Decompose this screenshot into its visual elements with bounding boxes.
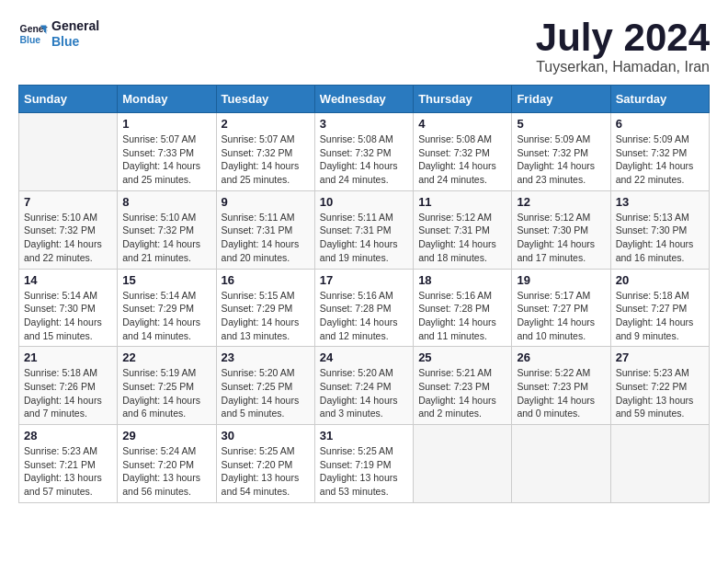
day-number: 22 bbox=[122, 350, 210, 364]
month-year-title: July 2024 bbox=[536, 18, 710, 57]
week-row-5: 28Sunrise: 5:23 AMSunset: 7:21 PMDayligh… bbox=[19, 425, 710, 503]
day-number: 14 bbox=[24, 273, 112, 287]
day-info: Sunrise: 5:09 AMSunset: 7:32 PMDaylight:… bbox=[517, 132, 605, 187]
calendar-cell: 15Sunrise: 5:14 AMSunset: 7:29 PMDayligh… bbox=[118, 269, 216, 347]
calendar-header: SundayMondayTuesdayWednesdayThursdayFrid… bbox=[19, 86, 710, 113]
calendar-cell: 13Sunrise: 5:13 AMSunset: 7:30 PMDayligh… bbox=[610, 190, 709, 269]
day-number: 16 bbox=[222, 273, 310, 287]
calendar-cell: 17Sunrise: 5:16 AMSunset: 7:28 PMDayligh… bbox=[314, 269, 413, 347]
day-number: 13 bbox=[616, 195, 704, 209]
week-row-2: 7Sunrise: 5:10 AMSunset: 7:32 PMDaylight… bbox=[19, 190, 710, 269]
calendar-table: SundayMondayTuesdayWednesdayThursdayFrid… bbox=[18, 85, 710, 503]
calendar-cell: 4Sunrise: 5:08 AMSunset: 7:32 PMDaylight… bbox=[414, 113, 512, 191]
day-number: 20 bbox=[616, 273, 704, 287]
calendar-cell bbox=[610, 425, 709, 503]
calendar-cell bbox=[414, 425, 512, 503]
day-info: Sunrise: 5:12 AMSunset: 7:30 PMDaylight:… bbox=[517, 211, 605, 265]
header-day-sunday: Sunday bbox=[19, 86, 118, 113]
calendar-cell: 6Sunrise: 5:09 AMSunset: 7:32 PMDaylight… bbox=[610, 113, 709, 191]
day-number: 4 bbox=[418, 117, 506, 131]
title-block: July 2024 Tuyserkan, Hamadan, Iran bbox=[536, 18, 710, 75]
day-number: 11 bbox=[418, 195, 506, 209]
day-info: Sunrise: 5:10 AMSunset: 7:32 PMDaylight:… bbox=[24, 211, 112, 265]
day-info: Sunrise: 5:18 AMSunset: 7:27 PMDaylight:… bbox=[616, 289, 704, 343]
day-info: Sunrise: 5:17 AMSunset: 7:27 PMDaylight:… bbox=[517, 289, 605, 343]
day-info: Sunrise: 5:16 AMSunset: 7:28 PMDaylight:… bbox=[418, 289, 506, 343]
day-info: Sunrise: 5:10 AMSunset: 7:32 PMDaylight:… bbox=[122, 211, 210, 265]
logo-blue: Blue bbox=[51, 34, 99, 50]
calendar-body: 1Sunrise: 5:07 AMSunset: 7:33 PMDaylight… bbox=[19, 113, 710, 503]
day-number: 24 bbox=[320, 350, 408, 364]
calendar-cell: 11Sunrise: 5:12 AMSunset: 7:31 PMDayligh… bbox=[414, 190, 512, 269]
calendar-cell: 9Sunrise: 5:11 AMSunset: 7:31 PMDaylight… bbox=[216, 190, 314, 269]
calendar-cell bbox=[19, 113, 118, 191]
header-day-wednesday: Wednesday bbox=[314, 86, 413, 113]
calendar-cell: 8Sunrise: 5:10 AMSunset: 7:32 PMDaylight… bbox=[118, 190, 216, 269]
calendar-cell: 29Sunrise: 5:24 AMSunset: 7:20 PMDayligh… bbox=[118, 425, 216, 503]
calendar-cell: 3Sunrise: 5:08 AMSunset: 7:32 PMDaylight… bbox=[314, 113, 413, 191]
week-row-4: 21Sunrise: 5:18 AMSunset: 7:26 PMDayligh… bbox=[19, 347, 710, 425]
day-number: 23 bbox=[222, 350, 310, 364]
calendar-cell: 7Sunrise: 5:10 AMSunset: 7:32 PMDaylight… bbox=[19, 190, 118, 269]
day-number: 9 bbox=[222, 195, 310, 209]
day-number: 17 bbox=[320, 273, 408, 287]
calendar-cell bbox=[512, 425, 610, 503]
calendar-cell: 5Sunrise: 5:09 AMSunset: 7:32 PMDaylight… bbox=[512, 113, 610, 191]
day-info: Sunrise: 5:20 AMSunset: 7:25 PMDaylight:… bbox=[222, 366, 310, 420]
day-info: Sunrise: 5:14 AMSunset: 7:29 PMDaylight:… bbox=[122, 289, 210, 343]
day-info: Sunrise: 5:07 AMSunset: 7:32 PMDaylight:… bbox=[222, 132, 310, 187]
day-number: 31 bbox=[320, 429, 408, 442]
calendar-cell: 24Sunrise: 5:20 AMSunset: 7:24 PMDayligh… bbox=[314, 347, 413, 425]
day-info: Sunrise: 5:22 AMSunset: 7:23 PMDaylight:… bbox=[517, 366, 605, 420]
header-day-tuesday: Tuesday bbox=[216, 86, 314, 113]
day-info: Sunrise: 5:25 AMSunset: 7:20 PMDaylight:… bbox=[222, 444, 310, 499]
logo: General Blue General Blue bbox=[18, 18, 99, 50]
calendar-cell: 12Sunrise: 5:12 AMSunset: 7:30 PMDayligh… bbox=[512, 190, 610, 269]
calendar-cell: 25Sunrise: 5:21 AMSunset: 7:23 PMDayligh… bbox=[414, 347, 512, 425]
header-row: SundayMondayTuesdayWednesdayThursdayFrid… bbox=[19, 86, 710, 113]
page-header: General Blue General Blue July 2024 Tuys… bbox=[18, 18, 710, 75]
calendar-cell: 1Sunrise: 5:07 AMSunset: 7:33 PMDaylight… bbox=[118, 113, 216, 191]
day-info: Sunrise: 5:07 AMSunset: 7:33 PMDaylight:… bbox=[122, 132, 210, 187]
calendar-cell: 20Sunrise: 5:18 AMSunset: 7:27 PMDayligh… bbox=[610, 269, 709, 347]
day-info: Sunrise: 5:11 AMSunset: 7:31 PMDaylight:… bbox=[222, 211, 310, 265]
calendar-cell: 19Sunrise: 5:17 AMSunset: 7:27 PMDayligh… bbox=[512, 269, 610, 347]
calendar-cell: 16Sunrise: 5:15 AMSunset: 7:29 PMDayligh… bbox=[216, 269, 314, 347]
calendar-cell: 31Sunrise: 5:25 AMSunset: 7:19 PMDayligh… bbox=[314, 425, 413, 503]
calendar-cell: 2Sunrise: 5:07 AMSunset: 7:32 PMDaylight… bbox=[216, 113, 314, 191]
location-subtitle: Tuyserkan, Hamadan, Iran bbox=[536, 59, 710, 75]
calendar-cell: 30Sunrise: 5:25 AMSunset: 7:20 PMDayligh… bbox=[216, 425, 314, 503]
day-info: Sunrise: 5:15 AMSunset: 7:29 PMDaylight:… bbox=[222, 289, 310, 343]
calendar-cell: 18Sunrise: 5:16 AMSunset: 7:28 PMDayligh… bbox=[414, 269, 512, 347]
calendar-cell: 23Sunrise: 5:20 AMSunset: 7:25 PMDayligh… bbox=[216, 347, 314, 425]
day-number: 3 bbox=[320, 117, 408, 131]
week-row-1: 1Sunrise: 5:07 AMSunset: 7:33 PMDaylight… bbox=[19, 113, 710, 191]
day-info: Sunrise: 5:23 AMSunset: 7:21 PMDaylight:… bbox=[24, 444, 112, 499]
header-day-friday: Friday bbox=[512, 86, 610, 113]
day-number: 25 bbox=[418, 350, 506, 364]
calendar-cell: 28Sunrise: 5:23 AMSunset: 7:21 PMDayligh… bbox=[19, 425, 118, 503]
header-day-saturday: Saturday bbox=[610, 86, 709, 113]
header-day-monday: Monday bbox=[118, 86, 216, 113]
day-info: Sunrise: 5:16 AMSunset: 7:28 PMDaylight:… bbox=[320, 289, 408, 343]
logo-icon: General Blue bbox=[18, 19, 48, 49]
day-number: 15 bbox=[122, 273, 210, 287]
day-info: Sunrise: 5:11 AMSunset: 7:31 PMDaylight:… bbox=[320, 211, 408, 265]
day-number: 10 bbox=[320, 195, 408, 209]
day-info: Sunrise: 5:19 AMSunset: 7:25 PMDaylight:… bbox=[122, 366, 210, 420]
day-info: Sunrise: 5:25 AMSunset: 7:19 PMDaylight:… bbox=[320, 444, 408, 499]
day-number: 7 bbox=[24, 195, 112, 209]
day-info: Sunrise: 5:08 AMSunset: 7:32 PMDaylight:… bbox=[418, 132, 506, 187]
day-info: Sunrise: 5:12 AMSunset: 7:31 PMDaylight:… bbox=[418, 211, 506, 265]
day-number: 18 bbox=[418, 273, 506, 287]
logo-general: General bbox=[51, 18, 99, 34]
day-number: 5 bbox=[517, 117, 605, 131]
day-number: 26 bbox=[517, 350, 605, 364]
day-info: Sunrise: 5:21 AMSunset: 7:23 PMDaylight:… bbox=[418, 366, 506, 420]
day-number: 27 bbox=[616, 350, 704, 364]
day-number: 19 bbox=[517, 273, 605, 287]
day-info: Sunrise: 5:14 AMSunset: 7:30 PMDaylight:… bbox=[24, 289, 112, 343]
day-number: 6 bbox=[616, 117, 704, 131]
day-number: 30 bbox=[222, 429, 310, 442]
day-number: 1 bbox=[122, 117, 210, 131]
